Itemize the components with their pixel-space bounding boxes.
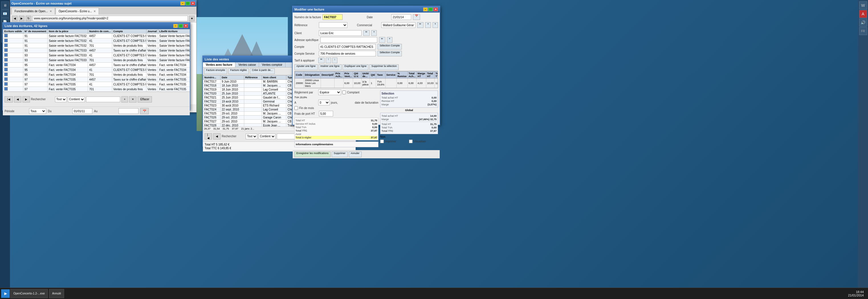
imprimer-checkbox[interactable] (380, 139, 384, 143)
creer-a-partir-btn[interactable]: Créer à partir de... (250, 68, 275, 74)
table-row[interactable]: 97Fact. vente FACT03541CLIENTS ET COMPTE… (3, 82, 190, 87)
nav-prev-btn[interactable]: ◀ (14, 96, 21, 102)
invoice-close[interactable]: ✕ (433, 7, 438, 11)
commercial-input[interactable] (381, 22, 415, 28)
tab-ventes-comptoir[interactable]: Ventes comptoir (259, 62, 285, 67)
nav-first-btn[interactable]: |◀ (5, 96, 13, 102)
table-row[interactable]: 95Fact. vente FACT0344457Taxes sur le ch… (3, 63, 190, 67)
compte-service-input[interactable] (319, 51, 376, 56)
supprimer-btn[interactable]: Supprimer (332, 152, 348, 157)
adresse-add-btn[interactable]: + (387, 37, 393, 43)
commercial-edit-btn[interactable]: ✏ (417, 22, 424, 28)
calendar-icon[interactable]: 📅 (413, 14, 420, 20)
taskbar-btn-annule[interactable]: Annulé (49, 289, 64, 298)
invoice-line-row[interactable]: 20000 20000 Linux Sous Les Mers 6,00 10,… (295, 78, 438, 88)
side-icon-w[interactable]: W (859, 1, 867, 9)
refresh-button[interactable]: ↻ (26, 16, 31, 21)
tab-close-icon[interactable]: ✕ (50, 10, 52, 13)
client-add-btn[interactable]: + (371, 30, 377, 36)
facture-envoyee-btn[interactable]: Facture envoyée (204, 68, 227, 74)
table-row[interactable]: 93Saisie vente facture FACT0334457Taxes … (3, 48, 190, 53)
bookmark-button[interactable]: ★ (189, 16, 195, 21)
back-button[interactable]: ◀ (12, 16, 18, 21)
fin-mois-checkbox[interactable] (294, 106, 298, 110)
tarif-edit-btn[interactable]: ✏ (318, 58, 324, 63)
content-select-s[interactable]: Contient (258, 134, 276, 139)
ecritures-close[interactable]: ✕ (184, 24, 188, 28)
insert-line-btn[interactable]: Insérer une ligne (318, 64, 342, 70)
content-type-select[interactable]: Contient (68, 97, 85, 102)
start-button[interactable]: ▶ (1, 289, 10, 298)
nav-next-btn[interactable]: ▶ (23, 96, 30, 102)
desktop-icon-monitor[interactable]: 🖥 (1, 1, 9, 9)
adresse-input[interactable] (320, 37, 377, 43)
visualiser-checkbox[interactable] (409, 139, 413, 143)
table-row[interactable]: 95Fact. vente FACT03441CLIENTS ET COMPTE… (3, 67, 190, 72)
client-edit-btn[interactable]: ✏ (363, 30, 370, 36)
desktop-icon-email[interactable]: 📧 (1, 10, 9, 18)
cell-libelle: Fact. vente FACT035 (Espèce) (158, 92, 190, 92)
annuler-btn[interactable]: Annuler (349, 152, 362, 157)
commercial-del-btn[interactable]: + (433, 22, 438, 28)
table-row[interactable]: 93Saisie vente facture FACT03341CLIENTS … (3, 53, 190, 58)
period-select[interactable]: Tous (29, 108, 46, 114)
search-input[interactable] (86, 97, 120, 102)
forward-button[interactable]: ▶ (19, 16, 25, 21)
a-select[interactable]: 0 (318, 100, 330, 105)
side-icon-sound[interactable]: 🔊 (859, 19, 867, 27)
table-row[interactable]: 91Saisie vente facture FACT0324457CLIENT… (3, 34, 190, 38)
facture-reglee-btn[interactable]: Facture réglée (228, 68, 249, 74)
maximize-button[interactable]: □ (186, 1, 190, 5)
close-button[interactable]: ✕ (191, 1, 195, 5)
search-type-select[interactable]: Tout (55, 97, 67, 102)
ecritures-maximize[interactable]: □ (178, 24, 183, 28)
frais-port-input[interactable] (319, 111, 333, 117)
au-input[interactable] (119, 108, 138, 114)
delete-line-btn[interactable]: Supprimer la sélection (369, 64, 399, 70)
adresse-edit-btn[interactable]: ✏ (379, 37, 385, 43)
url-input[interactable] (32, 16, 188, 21)
table-row[interactable]: 97Fact. vente FACT035701Ventes de produi… (3, 87, 190, 92)
table-row[interactable]: 91Saisie vente facture FACT03241CLIENTS … (3, 38, 190, 43)
comptant-checkbox[interactable] (342, 91, 346, 94)
date-input[interactable] (391, 14, 411, 20)
clear-btn[interactable]: ✕ (129, 96, 136, 102)
table-row[interactable]: 91Saisie vente facture FACT032701Ventes … (3, 43, 190, 48)
search-type-select-s[interactable]: Tout (246, 134, 257, 139)
tab-fonctionnalites[interactable]: Fonctionnalités de Open... ✕ (11, 8, 55, 14)
tarif-up-btn[interactable]: ↑ (326, 58, 331, 63)
tab-ecrire[interactable]: OpenConcerto - Écrire u... ✕ (56, 8, 99, 14)
invoice-maximize[interactable]: □ (428, 7, 433, 11)
selection-compte-service-btn[interactable]: Sélection Compte (378, 51, 402, 56)
enregistrer-btn[interactable]: Enregistrer les modifications (294, 152, 331, 157)
taskbar-btn-openconcerto[interactable]: OpenConcerto-1.2-...exe (10, 289, 48, 298)
reference-select[interactable] (319, 22, 347, 28)
selection-compte-btn[interactable]: Sélection Compte (378, 44, 402, 49)
tab-ventes-caisse[interactable]: Ventes caisse (236, 62, 259, 67)
side-icon-language[interactable]: FR (859, 27, 867, 35)
duplicate-line-btn[interactable]: Dupliquer une ligne (343, 64, 369, 70)
client-input[interactable] (319, 30, 362, 36)
tab-close-icon-2[interactable]: ✕ (93, 10, 96, 13)
du-input[interactable] (72, 108, 92, 114)
reglement-select[interactable]: Espèce (318, 90, 341, 95)
table-row[interactable]: 98Fact. vente FACT03541CLIENTS ET COMPTE… (3, 92, 190, 92)
commercial-add-btn[interactable]: + (425, 22, 431, 28)
tab-ventes-facture[interactable]: Ventes avec facture (203, 62, 236, 67)
search-btn[interactable]: + (121, 96, 128, 102)
calendar-btn[interactable]: 📅 (140, 108, 149, 114)
compte-input[interactable] (319, 44, 376, 49)
num-facture-input[interactable] (322, 14, 343, 20)
effacer-btn[interactable]: Effacer (137, 96, 152, 102)
table-row[interactable]: 95Fact. vente FACT034701Ventes de produi… (3, 72, 190, 77)
side-icon-a[interactable]: A (859, 10, 867, 18)
nav-prev-btn-s[interactable]: ◀ (213, 133, 221, 139)
add-line-btn[interactable]: Ajouter une ligne (294, 64, 318, 70)
table-row[interactable]: 97Fact. vente FACT0354457Taxes sur le ch… (3, 77, 190, 82)
table-row[interactable]: 93Saisie vente facture FACT033701Ventes … (3, 58, 190, 63)
ecritures-minimize[interactable]: − (173, 24, 178, 28)
invoice-minimize[interactable]: − (423, 7, 428, 11)
nav-first-btn-s[interactable]: |◀ (205, 133, 212, 139)
minimize-button[interactable]: − (180, 1, 185, 5)
tarif-down-btn[interactable]: ↓ (332, 58, 338, 63)
